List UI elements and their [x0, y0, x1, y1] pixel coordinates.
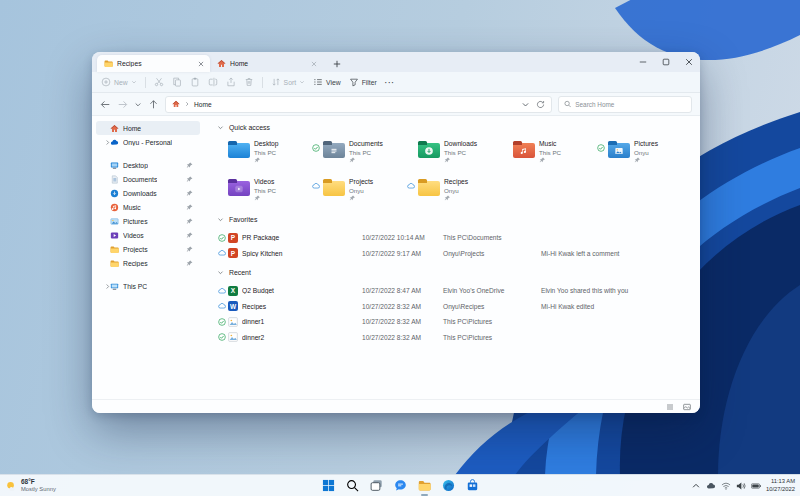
tile-name: Music — [539, 140, 561, 148]
sidebar-item-desktop[interactable]: Desktop — [96, 158, 200, 172]
delete-button[interactable] — [244, 77, 254, 87]
up-button[interactable] — [148, 99, 159, 110]
refresh-icon[interactable] — [536, 100, 545, 109]
chat-icon[interactable] — [393, 478, 408, 493]
close-button[interactable] — [677, 52, 700, 72]
share-button[interactable] — [226, 77, 236, 87]
tray-overflow-button[interactable] — [691, 481, 701, 491]
copy-button[interactable] — [172, 77, 182, 87]
titlebar[interactable]: RecipesHome — [92, 52, 700, 72]
file-explorer-icon[interactable] — [417, 478, 432, 493]
pin-icon — [186, 232, 193, 239]
rename-button[interactable] — [208, 77, 218, 87]
tile-recipes[interactable]: RecipesOnyu — [407, 176, 502, 203]
minimize-button[interactable] — [631, 52, 654, 72]
start-icon[interactable] — [321, 478, 336, 493]
section-header-quick-access[interactable]: Quick access — [217, 124, 692, 131]
filter-icon — [349, 77, 359, 87]
file-row-q2-budget[interactable]: XQ2 Budget10/27/2022 8:47 AMElvin Yoo's … — [216, 283, 692, 299]
recent-locations-button[interactable] — [134, 99, 142, 110]
tile-downloads[interactable]: DownloadsThis PC — [407, 138, 502, 165]
search-input[interactable] — [575, 101, 686, 108]
filter-button[interactable]: Filter — [349, 77, 377, 87]
tile-music[interactable]: MusicThis PC — [502, 138, 597, 165]
clock[interactable]: 11:13 AM 10/27/2022 — [766, 478, 795, 493]
tile-text: VideosThis PC — [254, 176, 276, 201]
sidebar-item-onyu-personal[interactable]: Onyu - Personal — [96, 135, 200, 149]
forward-button[interactable] — [117, 99, 128, 110]
pin-icon — [444, 157, 451, 164]
section-header-favorites[interactable]: Favorites — [217, 216, 692, 223]
tab-recipes[interactable]: Recipes — [97, 55, 210, 72]
tile-documents[interactable]: DocumentsThis PC — [312, 138, 407, 165]
large-icons-view-button[interactable] — [683, 403, 691, 411]
tile-text: ProjectsOnyu — [349, 176, 373, 201]
tile-name: Desktop — [254, 140, 279, 148]
sidebar-item-recipes[interactable]: Recipes — [96, 256, 200, 270]
weather-widget[interactable]: 68°F Mostly Sunny — [5, 475, 56, 496]
file-row-pr-package[interactable]: PPR Package10/27/2022 10:14 AMThis PC\Do… — [216, 230, 692, 246]
pin-icon — [186, 218, 193, 225]
taskbar: 68°F Mostly Sunny 11:13 AM 10/27/2022 — [0, 474, 800, 496]
tab-close-button[interactable] — [309, 59, 319, 69]
chevron-down-icon — [131, 79, 137, 85]
volume-icon[interactable] — [736, 481, 746, 491]
cut-button[interactable] — [154, 77, 164, 87]
sidebar-item-projects[interactable]: Projects — [96, 242, 200, 256]
sidebar-item-documents[interactable]: Documents — [96, 172, 200, 186]
sidebar-item-videos[interactable]: Videos — [96, 228, 200, 242]
desktop-folder-icon — [228, 143, 250, 158]
synced-status-icon — [312, 144, 320, 152]
tile-name: Recipes — [444, 178, 468, 186]
onedrive-tray-icon[interactable] — [706, 481, 716, 491]
file-location: Onyu\Recipes — [443, 303, 541, 310]
pin-icon — [254, 195, 261, 202]
file-row-recipes[interactable]: WRecipes10/27/2022 8:32 AMOnyu\RecipesMi… — [216, 299, 692, 315]
tile-pictures[interactable]: PicturesOnyu — [597, 138, 692, 165]
pictures-icon — [110, 217, 119, 226]
task-view-icon[interactable] — [369, 478, 384, 493]
battery-icon[interactable] — [751, 481, 761, 491]
tab-home[interactable]: Home — [210, 55, 323, 72]
tile-projects[interactable]: ProjectsOnyu — [312, 176, 407, 203]
navigation-pane: HomeOnyu - PersonalDesktopDocumentsDownl… — [92, 116, 204, 399]
file-row-dinner2[interactable]: dinner210/27/2022 8:32 AMThis PC\Picture… — [216, 330, 692, 346]
new-tab-button[interactable] — [329, 56, 344, 71]
pin-icon — [186, 190, 193, 197]
tile-videos[interactable]: VideosThis PC — [217, 176, 312, 203]
sort-button[interactable]: Sort — [271, 77, 305, 87]
videos-icon — [110, 231, 119, 240]
maximize-button[interactable] — [654, 52, 677, 72]
details-view-button[interactable] — [666, 403, 674, 411]
view-button[interactable]: View — [313, 77, 341, 87]
sidebar-item-music[interactable]: Music — [96, 200, 200, 214]
pin-icon — [349, 195, 356, 202]
wifi-icon[interactable] — [721, 481, 731, 491]
new-button[interactable]: New — [101, 77, 137, 87]
search-icon[interactable] — [345, 478, 360, 493]
breadcrumb[interactable]: Home — [165, 96, 552, 113]
tile-location: This PC — [444, 149, 477, 156]
file-location: Elvin Yoo's OneDrive — [443, 287, 541, 294]
sidebar-item-home[interactable]: Home — [96, 121, 200, 135]
section-header-recent[interactable]: Recent — [217, 269, 692, 276]
edge-icon[interactable] — [441, 478, 456, 493]
address-dropdown-icon[interactable] — [521, 100, 530, 109]
sidebar-item-this-pc[interactable]: This PC — [96, 279, 200, 293]
tab-close-button[interactable] — [196, 59, 206, 69]
quick-access-grid: DesktopThis PCDocumentsThis PCDownloadsT… — [217, 138, 692, 203]
file-type-icon — [228, 317, 238, 327]
pin-icon — [254, 157, 261, 164]
sidebar-item-pictures[interactable]: Pictures — [96, 214, 200, 228]
file-row-dinner1[interactable]: dinner110/27/2022 8:32 AMThis PC\Picture… — [216, 314, 692, 330]
paste-button[interactable] — [190, 77, 200, 87]
file-row-spicy-kitchen[interactable]: PSpicy Kitchen10/27/2022 9:17 AMOnyu\Pro… — [216, 246, 692, 262]
tile-location: This PC — [349, 149, 383, 156]
store-icon[interactable] — [465, 478, 480, 493]
back-button[interactable] — [100, 99, 111, 110]
tile-desktop[interactable]: DesktopThis PC — [217, 138, 312, 165]
sidebar-item-downloads[interactable]: Downloads — [96, 186, 200, 200]
file-type-icon: P — [228, 248, 238, 258]
more-options-button[interactable]: ··· — [385, 79, 395, 86]
search-box[interactable] — [558, 96, 692, 113]
